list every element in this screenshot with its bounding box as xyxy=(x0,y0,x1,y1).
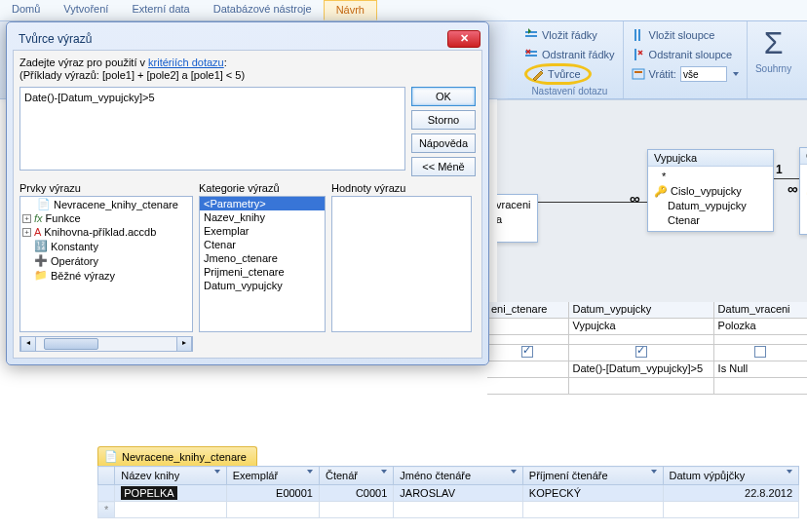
row-selector[interactable] xyxy=(98,485,115,502)
grid-table[interactable]: Vypujcka xyxy=(569,319,714,334)
dialog-title: Tvůrce výrazů xyxy=(19,32,92,46)
list-item[interactable]: <Parametry> xyxy=(200,197,325,210)
return-input[interactable] xyxy=(680,66,727,82)
tab-external[interactable]: Externí data xyxy=(120,0,201,20)
query-design-canvas[interactable]: vraceni a ∞ 1 Vypujcka * 🔑 Cislo_vypujck… xyxy=(497,99,807,304)
list-item[interactable]: Nazev_knihy xyxy=(200,210,325,224)
list-item[interactable]: Prijmeni_ctenare xyxy=(200,265,325,279)
rel-infinity: ∞ xyxy=(630,190,640,207)
delete-rows-button[interactable]: Odstranit řádky xyxy=(524,45,615,64)
cell[interactable]: JAROSLAV xyxy=(394,485,523,502)
expand-icon[interactable]: + xyxy=(22,214,31,223)
insert-rows-icon xyxy=(524,28,538,42)
ribbon-group-label: Nastavení dotazu xyxy=(524,86,615,96)
list-item[interactable]: Exemplar xyxy=(200,224,325,238)
new-row[interactable]: * xyxy=(98,502,799,518)
col-header[interactable]: Název knihy xyxy=(115,467,226,485)
col-header[interactable]: Exemplář xyxy=(226,467,319,485)
cell[interactable]: E00001 xyxy=(226,485,319,502)
ok-button[interactable]: OK xyxy=(411,87,476,106)
cell[interactable]: C0001 xyxy=(319,485,393,502)
grid-field[interactable]: eni_ctenare xyxy=(487,302,569,318)
expand-icon[interactable]: + xyxy=(22,228,31,237)
col-header[interactable]: Čtenář xyxy=(319,467,393,485)
main-tabs: Domů Vytvoření Externí data Databázové n… xyxy=(0,0,807,21)
less-button[interactable]: << Méně xyxy=(411,157,476,176)
chevron-down-icon[interactable] xyxy=(787,470,792,474)
svg-rect-7 xyxy=(633,69,644,79)
chevron-down-icon[interactable] xyxy=(651,470,657,474)
cell[interactable]: POPELKA xyxy=(121,486,176,500)
chevron-down-icon[interactable] xyxy=(214,470,220,474)
field-item[interactable]: Datum_vypujcky xyxy=(654,199,767,213)
field-item[interactable]: 🔑 Cislo_vypujcky xyxy=(654,184,767,199)
insert-cols-icon xyxy=(632,28,645,42)
close-button[interactable]: ✕ xyxy=(447,30,480,48)
values-list[interactable] xyxy=(331,196,472,332)
table-vypujcka[interactable]: Vypujcka * 🔑 Cislo_vypujcky Datum_vypujc… xyxy=(647,149,774,232)
common-icon: 📁 xyxy=(34,269,48,282)
tab-home[interactable]: Domů xyxy=(0,0,52,20)
cancel-button[interactable]: Storno xyxy=(411,110,476,130)
dialog-instruction: Zadejte výraz pro použití v kritériích d… xyxy=(19,57,476,68)
datasheet-tab[interactable]: 📄 Nevracene_knihy_ctenare xyxy=(97,446,257,466)
grid-field[interactable]: Datum_vraceni xyxy=(714,302,807,318)
rel-infinity: ∞ xyxy=(788,180,798,197)
svg-rect-5 xyxy=(638,29,640,41)
cell[interactable]: KOPECKÝ xyxy=(522,485,663,502)
return-combo[interactable]: Vrátit: xyxy=(632,64,739,84)
dialog-example: (Příklady výrazů: [pole1] + [pole2] a [p… xyxy=(19,69,476,81)
builder-icon xyxy=(531,67,545,81)
expression-input[interactable]: Date()-[Datum_vypujcky]>5 xyxy=(19,87,405,171)
tab-design[interactable]: Návrh xyxy=(324,0,377,20)
delete-cols-button[interactable]: Odstranit sloupce xyxy=(632,45,739,64)
chevron-down-icon[interactable] xyxy=(733,72,739,76)
table-row[interactable]: POPELKA E00001 C0001 JAROSLAV KOPECKÝ 22… xyxy=(98,485,799,502)
database-icon: A xyxy=(34,226,41,238)
panel-label: Kategorie výrazů xyxy=(199,182,326,194)
elements-tree[interactable]: 📄Nevracene_knihy_ctenare +fxFunkce +AKni… xyxy=(19,196,193,332)
grid-criteria[interactable]: Date()-[Datum_vypujcky]>5 xyxy=(569,361,714,377)
grid-table[interactable] xyxy=(487,319,569,334)
show-checkbox[interactable] xyxy=(521,346,533,358)
horizontal-scrollbar[interactable]: ◂ ▸ xyxy=(19,336,193,352)
field-star[interactable]: * xyxy=(654,170,767,184)
insert-rows-button[interactable]: Vložit řádky xyxy=(524,25,615,45)
show-checkbox[interactable] xyxy=(635,346,647,358)
totals-label: Souhrny xyxy=(755,63,791,74)
grid-criteria[interactable]: Is Null xyxy=(714,361,807,377)
grid-field[interactable]: Datum_vypujcky xyxy=(569,302,714,318)
chevron-down-icon[interactable] xyxy=(307,470,313,474)
tab-dbtools[interactable]: Databázové nástroje xyxy=(202,0,324,20)
col-header[interactable]: Příjmení čtenáře xyxy=(522,467,663,485)
insert-cols-button[interactable]: Vložit sloupce xyxy=(632,25,739,45)
svg-rect-4 xyxy=(634,29,636,41)
help-button[interactable]: Nápověda xyxy=(411,133,476,153)
operators-icon: ➕ xyxy=(34,254,48,267)
col-header[interactable]: Jméno čtenáře xyxy=(394,467,523,485)
col-header[interactable]: Datum výpůjčky xyxy=(663,467,798,485)
cell[interactable]: 22.8.2012 xyxy=(663,485,798,502)
tab-create[interactable]: Vytvoření xyxy=(52,0,120,20)
list-item[interactable]: Jmeno_ctenare xyxy=(200,251,325,265)
select-all[interactable] xyxy=(98,467,115,485)
query-icon: 📄 xyxy=(37,198,51,210)
show-checkbox[interactable] xyxy=(754,346,766,358)
builder-button[interactable]: Tvůrce xyxy=(524,63,592,85)
list-item[interactable]: Datum_vypujcky xyxy=(200,279,325,292)
svg-rect-3 xyxy=(525,55,537,57)
table-clip: vraceni a xyxy=(497,194,538,243)
constants-icon: 🔢 xyxy=(34,240,48,252)
categories-list[interactable]: <Parametry> Nazev_knihy Exemplar Ctenar … xyxy=(199,196,326,332)
function-icon: fx xyxy=(34,212,43,224)
chevron-down-icon[interactable] xyxy=(511,470,517,474)
table-ctenar-clip[interactable]: Ctena * 🔑 xyxy=(799,147,807,235)
chevron-down-icon[interactable] xyxy=(381,470,387,474)
field-item[interactable]: Ctenar xyxy=(654,213,767,228)
grid-table[interactable]: Polozka xyxy=(714,319,807,334)
criteria-link[interactable]: kritériích dotazu xyxy=(148,57,224,68)
delete-cols-icon xyxy=(632,48,645,61)
grid-criteria[interactable] xyxy=(487,361,569,377)
list-item[interactable]: Ctenar xyxy=(200,238,325,251)
totals-button[interactable]: Σ xyxy=(755,25,791,61)
